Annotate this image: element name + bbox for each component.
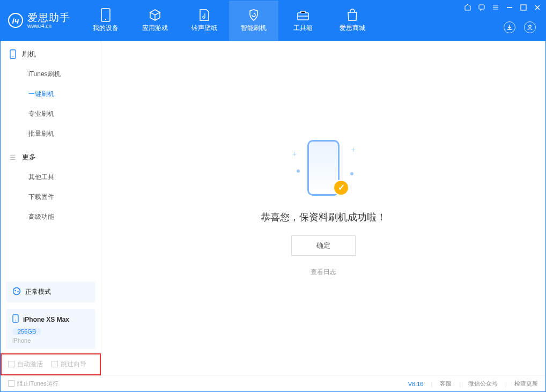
nav-toolbox[interactable]: 工具箱 [278, 1, 328, 41]
close-button[interactable] [534, 4, 541, 11]
group-title: 更多 [22, 152, 36, 162]
device-icon [99, 9, 112, 21]
nav-store[interactable]: 爱思商城 [328, 1, 377, 41]
nav-label: 应用游戏 [142, 24, 168, 33]
device-type: iPhone [12, 337, 89, 344]
success-message: 恭喜您，保资料刷机成功啦！ [261, 211, 386, 224]
sidebar-item-pro-flash[interactable]: 专业刷机 [1, 104, 101, 124]
body: 刷机 iTunes刷机 一键刷机 专业刷机 批量刷机 ☰ 更多 其他工具 下载固… [1, 41, 545, 375]
logo-icon: iч [8, 13, 23, 28]
svg-point-10 [17, 291, 19, 293]
minimize-button[interactable] [506, 4, 513, 11]
nav-label: 爱思商城 [340, 24, 365, 33]
mode-panel[interactable]: 正常模式 [6, 282, 95, 302]
menu-icon[interactable] [492, 4, 499, 11]
sidebar-item-itunes-flash[interactable]: iTunes刷机 [1, 64, 101, 84]
wechat-link[interactable]: 微信公众号 [468, 380, 498, 388]
auto-activate-checkbox[interactable]: 自动激活 [8, 360, 43, 369]
device-name: iPhone XS Max [23, 316, 69, 323]
sparkle-icon: + [351, 145, 356, 154]
sparkle-icon [350, 172, 353, 175]
check-update-link[interactable]: 检查更新 [514, 380, 538, 388]
sidebar-item-other-tools[interactable]: 其他工具 [1, 167, 101, 187]
svg-point-12 [15, 321, 16, 322]
svg-point-5 [529, 25, 531, 27]
main-content: + + ✓ 恭喜您，保资料刷机成功啦！ 确定 查看日志 [101, 41, 545, 375]
header-actions [504, 21, 536, 33]
window-controls [464, 4, 541, 11]
feedback-icon[interactable] [478, 4, 485, 11]
svg-point-1 [105, 19, 106, 20]
ok-button[interactable]: 确定 [291, 235, 356, 256]
svg-rect-3 [479, 5, 484, 9]
mode-icon [12, 287, 21, 297]
nav-label: 铃声壁纸 [191, 24, 217, 33]
device-panel[interactable]: iPhone XS Max 256GB iPhone [6, 309, 95, 349]
block-itunes-checkbox[interactable]: 阻止iTunes运行 [8, 380, 58, 388]
svg-point-8 [13, 288, 20, 295]
svg-rect-4 [521, 5, 526, 10]
customer-service-link[interactable]: 客服 [440, 380, 452, 388]
footer: 阻止iTunes运行 V8.16 | 客服 | 微信公众号 | 检查更新 [1, 375, 545, 391]
nav-smart-flash[interactable]: 智能刷机 [229, 1, 278, 41]
checkbox-icon [51, 361, 58, 367]
list-icon: ☰ [9, 152, 17, 162]
app-window: iч 爱思助手 www.i4.cn 我的设备 应用游戏 铃声壁纸 智能刷机 [0, 0, 546, 392]
sidebar-item-advanced[interactable]: 高级功能 [1, 207, 101, 227]
highlighted-options: 自动激活 跳过向导 [1, 353, 101, 375]
sidebar-content: 刷机 iTunes刷机 一键刷机 专业刷机 批量刷机 ☰ 更多 其他工具 下载固… [1, 41, 101, 278]
checkbox-icon [8, 380, 14, 387]
app-title: 爱思助手 [27, 12, 70, 24]
svg-point-7 [12, 56, 13, 57]
cube-icon [149, 9, 161, 21]
sidebar-item-download-firmware[interactable]: 下载固件 [1, 187, 101, 207]
nav-label: 我的设备 [93, 24, 119, 33]
sidebar-item-batch-flash[interactable]: 批量刷机 [1, 124, 101, 144]
nav-label: 工具箱 [293, 24, 313, 33]
top-nav: 我的设备 应用游戏 铃声壁纸 智能刷机 工具箱 爱思商城 [81, 1, 377, 41]
download-button[interactable] [504, 21, 515, 33]
mode-label: 正常模式 [25, 287, 51, 297]
device-capacity: 256GB [12, 328, 41, 335]
nav-ringtones-wallpapers[interactable]: 铃声壁纸 [180, 1, 229, 41]
header: iч 爱思助手 www.i4.cn 我的设备 应用游戏 铃声壁纸 智能刷机 [1, 1, 545, 41]
skip-guide-checkbox[interactable]: 跳过向导 [51, 360, 86, 369]
phone-icon [9, 49, 17, 59]
sidebar-group-flash: 刷机 [1, 41, 101, 64]
nav-label: 智能刷机 [241, 24, 267, 33]
svg-point-9 [14, 290, 16, 292]
success-illustration: + + ✓ [291, 140, 356, 199]
maximize-button[interactable] [520, 4, 527, 11]
group-title: 刷机 [22, 49, 36, 59]
theme-icon[interactable] [464, 4, 471, 11]
logo[interactable]: iч 爱思助手 www.i4.cn [1, 12, 81, 29]
check-badge-icon: ✓ [333, 180, 349, 196]
toolbox-icon [297, 9, 309, 21]
shield-refresh-icon [247, 9, 260, 21]
app-subtitle: www.i4.cn [27, 23, 70, 29]
version-label: V8.16 [408, 381, 424, 387]
shopping-bag-icon [346, 9, 359, 21]
user-button[interactable] [524, 21, 536, 33]
nav-my-device[interactable]: 我的设备 [81, 1, 130, 41]
sidebar-group-more: ☰ 更多 [1, 144, 101, 167]
music-file-icon [198, 9, 211, 21]
sidebar-item-oneclick-flash[interactable]: 一键刷机 [1, 84, 101, 104]
view-log-link[interactable]: 查看日志 [311, 268, 336, 277]
sidebar: 刷机 iTunes刷机 一键刷机 专业刷机 批量刷机 ☰ 更多 其他工具 下载固… [1, 41, 101, 375]
nav-apps-games[interactable]: 应用游戏 [130, 1, 180, 41]
checkbox-icon [8, 361, 14, 367]
device-phone-icon [12, 314, 19, 324]
sparkle-icon: + [292, 150, 297, 158]
sparkle-icon [297, 169, 300, 173]
